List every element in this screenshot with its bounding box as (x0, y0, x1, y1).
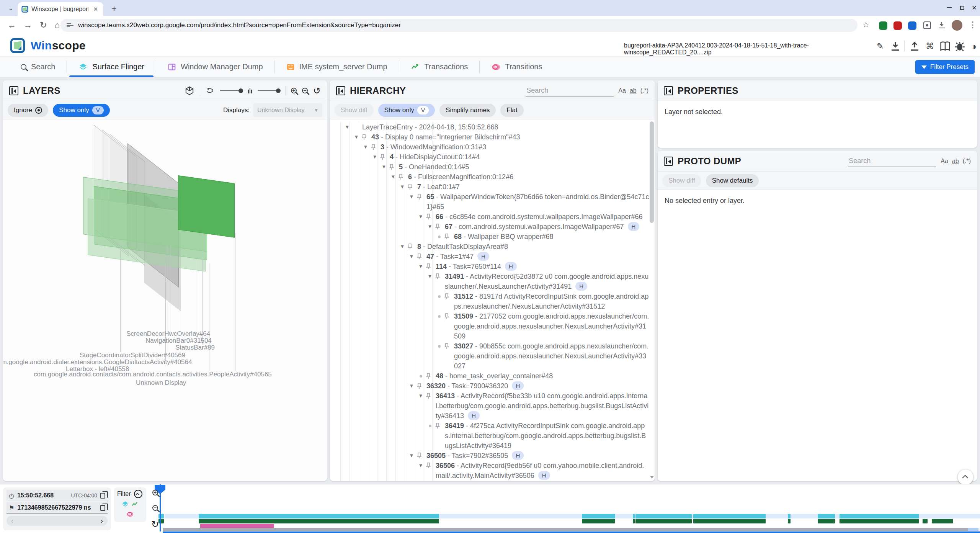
trace-segment[interactable] (199, 514, 439, 518)
trace-segment[interactable] (693, 514, 766, 518)
bookmark-star-icon[interactable]: ☆ (862, 20, 869, 29)
previous-entry-icon[interactable]: ‹ (11, 517, 13, 525)
hierarchy-node[interactable]: ▼43 - Display 0 name="Integrierter Bilds… (337, 132, 649, 142)
hierarchy-search-input[interactable] (526, 85, 614, 96)
next-entry-icon[interactable]: › (101, 517, 103, 525)
tab-transitions[interactable]: Transitions (480, 57, 554, 77)
documentation-icon[interactable] (939, 40, 952, 53)
trace-segment[interactable] (840, 514, 919, 518)
expand-arrow-icon[interactable]: ▼ (417, 391, 424, 401)
window-close-button[interactable]: ✕ (969, 2, 980, 13)
scrollbar-down-icon[interactable] (650, 476, 654, 479)
hierarchy-node[interactable]: ▼114 - Task=7650#114H (337, 262, 649, 271)
expand-arrow-icon[interactable]: ▼ (399, 182, 406, 192)
layer-rect[interactable] (178, 175, 235, 238)
pin-icon[interactable] (444, 234, 449, 240)
hierarchy-node[interactable]: ▼66 - c6c854e com.android.systemui.wallp… (337, 212, 649, 222)
dark-mode-icon[interactable]: ◑ (967, 40, 980, 53)
window-minimize-button[interactable] (943, 2, 955, 13)
trace-segment[interactable] (788, 519, 791, 523)
match-case-icon[interactable]: Aa (618, 87, 626, 94)
hierarchy-node[interactable]: ▼36506 - ActivityRecord{9edb56f u0 com.y… (337, 461, 649, 481)
extension-icon[interactable] (908, 21, 916, 30)
expand-arrow-icon[interactable]: ▼ (426, 222, 433, 232)
expand-arrow-icon[interactable]: ▼ (408, 451, 415, 461)
tab-transactions[interactable]: Transactions (399, 57, 480, 77)
tab-window-manager-dump[interactable]: Window Manager Dump (156, 57, 274, 77)
trace-segment[interactable] (582, 519, 615, 523)
collapse-panel-icon[interactable] (9, 86, 18, 95)
expand-arrow-icon[interactable]: ▼ (381, 162, 387, 172)
ignore-chip[interactable]: Ignore (8, 104, 48, 117)
spacing-slider[interactable] (258, 90, 280, 91)
reload-icon[interactable]: ↻ (40, 20, 47, 30)
hierarchy-node[interactable]: ▼5 - OneHanded:0:14#5 (337, 162, 649, 172)
hierarchy-node[interactable]: 36512 - c04204e ActivityRecordInputSink … (337, 481, 649, 481)
transitions-filter-icon[interactable] (126, 510, 134, 518)
url-bar[interactable]: winscope.teams.x20web.corp.google.com/pr… (60, 19, 858, 32)
back-icon[interactable]: ← (8, 20, 16, 30)
download-trace-icon[interactable] (889, 40, 902, 53)
timeline-zoom-out-icon[interactable]: − (152, 505, 158, 511)
timeline-scrollbar-end[interactable] (968, 528, 978, 531)
hierarchy-node[interactable]: ▼8 - DefaultTaskDisplayArea#8 (337, 242, 649, 252)
trace-segment[interactable] (840, 519, 919, 523)
expand-arrow-icon[interactable]: ▼ (353, 132, 360, 142)
trace-segment[interactable] (199, 519, 439, 523)
shortcuts-icon[interactable]: ⌘ (923, 40, 936, 53)
tab-ime-dump[interactable]: IME system_server Dump (275, 57, 399, 77)
hierarchy-node[interactable]: 31509 - 2177052 com.google.android.apps.… (337, 311, 649, 341)
regex-icon[interactable]: (.*) (640, 87, 648, 94)
hierarchy-node[interactable]: ▼36413 - ActivityRecord{f5be33b u10 com.… (337, 391, 649, 421)
scrollbar-thumb[interactable] (650, 121, 654, 223)
pin-icon[interactable] (416, 253, 422, 260)
pin-icon[interactable] (444, 313, 449, 319)
hierarchy-node[interactable]: ▼7 - Leaf:0:1#7 (337, 182, 649, 192)
extension-icon[interactable] (879, 21, 887, 30)
pin-icon[interactable] (435, 224, 440, 230)
expand-arrow-icon[interactable]: ▼ (417, 461, 424, 471)
chip-simplify-names[interactable]: Simplify names (439, 104, 496, 117)
pin-icon[interactable] (389, 164, 394, 170)
pin-icon[interactable] (444, 343, 449, 349)
hierarchy-node[interactable]: ▼67 - com.android.systemui.wallpapers.Im… (337, 222, 649, 232)
match-case-icon[interactable]: Aa (941, 158, 948, 165)
chip-show-defaults[interactable]: Show defaults (706, 174, 759, 187)
tab-surface-flinger[interactable]: Surface Flinger (67, 57, 156, 77)
timeline-canvas[interactable] (0, 484, 980, 533)
surface-flinger-filter-icon[interactable] (121, 500, 129, 508)
hierarchy-node[interactable]: 48 - home_task_overlay_container#48 (337, 371, 649, 381)
expand-arrow-icon[interactable]: ▼ (408, 252, 415, 262)
pin-icon[interactable] (407, 244, 413, 250)
timeline-zoom-range[interactable] (163, 531, 980, 533)
pin-icon[interactable] (398, 174, 403, 180)
rotation-icon[interactable] (206, 86, 215, 95)
edit-filename-icon[interactable]: ✎ (874, 40, 887, 53)
expand-arrow-icon[interactable]: ▼ (417, 262, 424, 271)
trace-segment[interactable] (818, 519, 835, 523)
hierarchy-node[interactable]: 36419 - 4f275ca ActivityRecordInputSink … (337, 421, 649, 451)
expand-arrow-icon[interactable]: ▼ (362, 142, 369, 152)
trace-segment[interactable] (923, 519, 928, 523)
ns-timestamp-row[interactable]: ⚑ 1713469852667522979 ns (7, 502, 108, 513)
hierarchy-node[interactable]: 68 - Wallpaper BBQ wrapper#68 (337, 232, 649, 242)
layer-3d-label[interactable]: Unknown Display (136, 379, 186, 387)
profile-avatar[interactable] (952, 20, 962, 31)
pin-icon[interactable] (435, 423, 440, 429)
chip-flat[interactable]: Flat (500, 104, 523, 117)
timeline-zoom-in-icon[interactable]: + (152, 490, 158, 495)
pin-icon[interactable] (380, 154, 385, 160)
hierarchy-node[interactable]: ▼36505 - Task=7902#36505H (337, 451, 649, 461)
pin-icon[interactable] (371, 144, 376, 150)
hierarchy-node[interactable]: ▼65 - WallpaperWindowToken{87b6d66 token… (337, 192, 649, 212)
timeline-reset-icon[interactable]: ↻ (151, 520, 159, 528)
expand-arrow-icon[interactable]: ▼ (408, 192, 415, 202)
hierarchy-node[interactable]: ▼31491 - ActivityRecord{52d3872 u0 com.g… (337, 271, 649, 291)
report-bug-icon[interactable] (953, 40, 966, 53)
pin-icon[interactable] (407, 184, 413, 190)
display-select[interactable]: Unknown Display ▼ (253, 103, 322, 117)
timeline-scrollbar[interactable] (163, 528, 980, 531)
home-icon[interactable]: ⌂ (54, 20, 59, 30)
extensions-puzzle-icon[interactable] (923, 21, 931, 29)
layers-3d-canvas[interactable]: ScreenDecorHwcOverlay#64NavigationBar0#3… (3, 120, 327, 481)
